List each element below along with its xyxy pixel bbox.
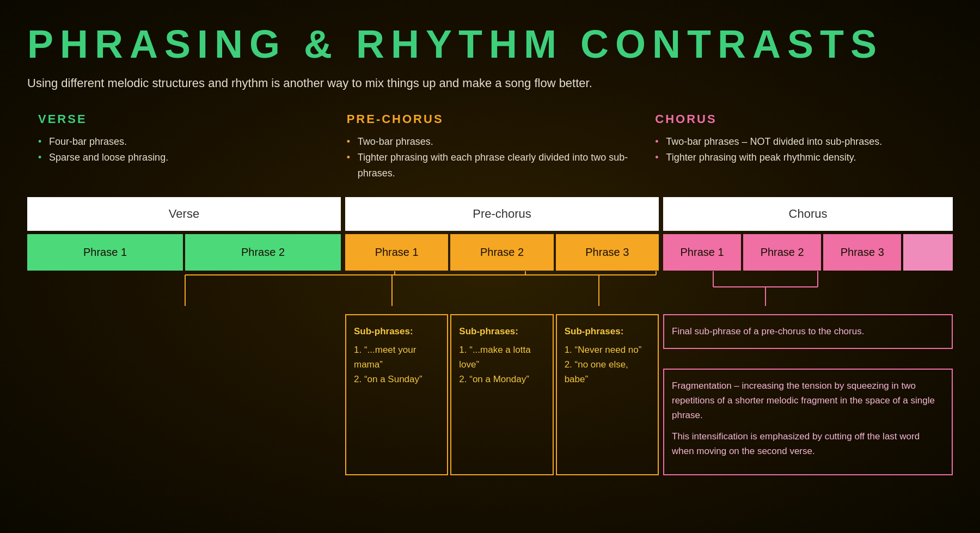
columns-header: VERSE Four-bar phrases. Sparse and loose… [27,112,953,181]
lower-section: Sub-phrases: 1. “...meet your mama” 2. “… [27,271,953,475]
chorus-sub-phrase-box: Final sub-phrase of a pre-chorus to the … [663,314,953,348]
lower-boxes-row: Sub-phrases: 1. “...meet your mama” 2. “… [27,314,953,475]
verse-phrase-2: Phrase 2 [185,234,341,271]
prechorus-phrases: Phrase 1 Phrase 2 Phrase 3 [345,234,659,271]
chorus-fragmentation-box: Fragmentation – increasing the tension b… [663,369,953,475]
verse-lower-spacer [27,314,341,475]
diagram: Verse Pre-chorus Chorus Phrase 1 Phrase … [27,197,953,475]
subphrase-box-1: Sub-phrases: 1. “...meet your mama” 2. “… [345,314,448,475]
prechorus-phrase-3: Phrase 3 [556,234,659,271]
verse-phrase-1: Phrase 1 [27,234,183,271]
prechorus-subphrase-boxes: Sub-phrases: 1. “...meet your mama” 2. “… [345,314,659,475]
chorus-bullets: Two-bar phrases – NOT divided into sub-p… [655,134,942,166]
prechorus-bullets: Two-bar phrases. Tighter phrasing with e… [347,134,634,181]
subphrase-box-2-item-2: 2. “on a Monday” [459,372,544,387]
phrases-row: Phrase 1 Phrase 2 Phrase 1 Phrase 2 Phra… [27,234,953,271]
chorus-title: CHORUS [655,112,942,126]
prechorus-phrase-1: Phrase 1 [345,234,448,271]
subtitle: Using different melodic structures and r… [27,76,953,90]
prechorus-bullet-2: Tighter phrasing with each phrase clearl… [347,150,634,181]
verse-header-bar: Verse [27,197,341,231]
chorus-phrase-4 [903,234,953,271]
subphrase-box-2: Sub-phrases: 1. “...make a lotta love” 2… [450,314,553,475]
chorus-phrase-3: Phrase 3 [823,234,901,271]
subphrase-box-3: Sub-phrases: 1. “Never need no” 2. “no o… [556,314,659,475]
connector-svg [27,271,953,314]
prechorus-title: PRE-CHORUS [347,112,634,126]
chorus-phrase-2: Phrase 2 [743,234,821,271]
verse-phrases: Phrase 1 Phrase 2 [27,234,341,271]
verse-bullet-2: Sparse and loose phrasing. [38,150,325,166]
subphrase-box-3-item-2: 2. “no one else, babe” [565,357,650,387]
chorus-phrase-1: Phrase 1 [663,234,741,271]
subphrase-box-1-item-1: 1. “...meet your mama” [354,342,439,372]
chorus-bullet-1: Two-bar phrases – NOT divided into sub-p… [655,134,942,150]
subphrase-box-3-item-1: 1. “Never need no” [565,342,650,357]
prechorus-header-bar: Pre-chorus [345,197,659,231]
verse-bullet-1: Four-bar phrases. [38,134,325,150]
section-headers-row: Verse Pre-chorus Chorus [27,197,953,231]
subphrase-box-2-title: Sub-phrases: [459,324,544,339]
verse-title: VERSE [38,112,325,126]
page-title: PHRASING & RHYTHM CONTRASTS [27,22,953,66]
chorus-bullet-2: Tighter phrasing with peak rhythmic dens… [655,150,942,166]
subphrase-box-3-title: Sub-phrases: [565,324,650,339]
chorus-column-header: CHORUS Two-bar phrases – NOT divided int… [644,112,953,181]
prechorus-column-header: PRE-CHORUS Two-bar phrases. Tighter phra… [336,112,645,181]
subphrase-box-1-title: Sub-phrases: [354,324,439,339]
chorus-phrases: Phrase 1 Phrase 2 Phrase 3 [663,234,953,271]
verse-bullets: Four-bar phrases. Sparse and loose phras… [38,134,325,166]
verse-column-header: VERSE Four-bar phrases. Sparse and loose… [27,112,336,181]
chorus-right-boxes: Final sub-phrase of a pre-chorus to the … [663,314,953,475]
subphrase-box-2-item-1: 1. “...make a lotta love” [459,342,544,372]
chorus-header-bar: Chorus [663,197,953,231]
subphrase-box-1-item-2: 2. “on a Sunday” [354,372,439,387]
prechorus-phrase-2: Phrase 2 [450,234,553,271]
prechorus-bullet-1: Two-bar phrases. [347,134,634,150]
